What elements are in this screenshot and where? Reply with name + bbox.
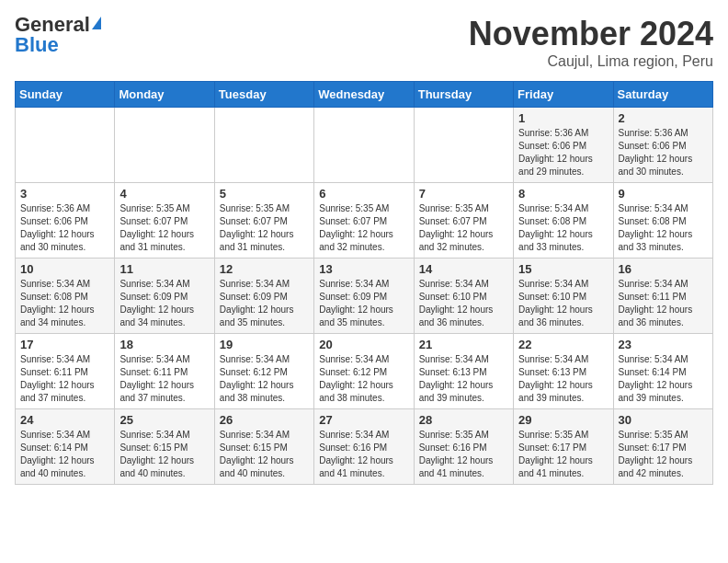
day-info: Sunrise: 5:34 AM Sunset: 6:16 PM Dayligh… [319,429,408,480]
day-number: 20 [319,338,408,351]
calendar-cell: 8Sunrise: 5:34 AM Sunset: 6:08 PM Daylig… [514,183,613,259]
day-number: 5 [220,187,309,201]
day-info: Sunrise: 5:35 AM Sunset: 6:16 PM Dayligh… [419,429,508,480]
day-number: 13 [319,262,408,276]
day-info: Sunrise: 5:36 AM Sunset: 6:06 PM Dayligh… [619,127,708,178]
logo-general-text: General [15,15,90,35]
calendar-cell: 5Sunrise: 5:35 AM Sunset: 6:07 PM Daylig… [214,183,313,259]
week-row-4: 17Sunrise: 5:34 AM Sunset: 6:11 PM Dayli… [16,334,713,409]
day-number: 30 [619,413,708,427]
day-number: 9 [619,187,708,201]
week-row-5: 24Sunrise: 5:34 AM Sunset: 6:14 PM Dayli… [16,409,713,485]
day-info: Sunrise: 5:34 AM Sunset: 6:08 PM Dayligh… [619,202,708,254]
calendar-cell [115,108,214,183]
calendar-cell: 27Sunrise: 5:34 AM Sunset: 6:16 PM Dayli… [314,409,414,485]
day-info: Sunrise: 5:34 AM Sunset: 6:11 PM Dayligh… [20,353,109,405]
title-section: November 2024 Caujul, Lima region, Peru [469,15,713,70]
header-monday: Monday [115,82,214,108]
day-info: Sunrise: 5:34 AM Sunset: 6:10 PM Dayligh… [518,278,608,329]
calendar-cell [414,108,513,183]
calendar-cell: 19Sunrise: 5:34 AM Sunset: 6:12 PM Dayli… [214,334,313,409]
calendar-cell: 12Sunrise: 5:34 AM Sunset: 6:09 PM Dayli… [214,259,313,334]
header-friday: Friday [514,82,613,108]
day-info: Sunrise: 5:34 AM Sunset: 6:09 PM Dayligh… [220,278,309,329]
calendar-cell: 22Sunrise: 5:34 AM Sunset: 6:13 PM Dayli… [514,334,613,409]
day-info: Sunrise: 5:34 AM Sunset: 6:09 PM Dayligh… [319,278,408,329]
header-sunday: Sunday [16,82,115,108]
calendar-cell: 16Sunrise: 5:34 AM Sunset: 6:11 PM Dayli… [613,259,712,334]
header-saturday: Saturday [613,82,712,108]
calendar-location: Caujul, Lima region, Peru [469,53,713,70]
calendar-cell [314,108,414,183]
calendar-cell: 11Sunrise: 5:34 AM Sunset: 6:09 PM Dayli… [115,259,214,334]
day-info: Sunrise: 5:34 AM Sunset: 6:15 PM Dayligh… [119,429,209,480]
day-number: 1 [518,111,608,125]
calendar-cell: 21Sunrise: 5:34 AM Sunset: 6:13 PM Dayli… [414,334,513,409]
logo-blue-text: Blue [15,35,59,55]
day-info: Sunrise: 5:35 AM Sunset: 6:07 PM Dayligh… [419,202,508,254]
calendar-cell: 1Sunrise: 5:36 AM Sunset: 6:06 PM Daylig… [514,108,613,183]
day-number: 18 [119,338,209,351]
week-row-3: 10Sunrise: 5:34 AM Sunset: 6:08 PM Dayli… [16,259,713,334]
day-info: Sunrise: 5:34 AM Sunset: 6:09 PM Dayligh… [119,278,209,329]
calendar-cell: 3Sunrise: 5:36 AM Sunset: 6:06 PM Daylig… [16,183,115,259]
day-number: 19 [220,338,309,351]
calendar-cell: 6Sunrise: 5:35 AM Sunset: 6:07 PM Daylig… [314,183,414,259]
calendar-cell: 4Sunrise: 5:35 AM Sunset: 6:07 PM Daylig… [115,183,214,259]
calendar-cell: 9Sunrise: 5:34 AM Sunset: 6:08 PM Daylig… [613,183,712,259]
day-info: Sunrise: 5:34 AM Sunset: 6:14 PM Dayligh… [619,353,708,405]
logo: General Blue [15,15,101,55]
day-number: 10 [20,262,109,276]
calendar-cell: 13Sunrise: 5:34 AM Sunset: 6:09 PM Dayli… [314,259,414,334]
calendar-cell: 14Sunrise: 5:34 AM Sunset: 6:10 PM Dayli… [414,259,513,334]
day-info: Sunrise: 5:36 AM Sunset: 6:06 PM Dayligh… [20,202,109,254]
calendar-cell: 23Sunrise: 5:34 AM Sunset: 6:14 PM Dayli… [613,334,712,409]
day-info: Sunrise: 5:34 AM Sunset: 6:13 PM Dayligh… [518,353,608,405]
day-info: Sunrise: 5:35 AM Sunset: 6:07 PM Dayligh… [220,202,309,254]
calendar-cell: 28Sunrise: 5:35 AM Sunset: 6:16 PM Dayli… [414,409,513,485]
header-thursday: Thursday [414,82,513,108]
calendar-cell: 7Sunrise: 5:35 AM Sunset: 6:07 PM Daylig… [414,183,513,259]
header-tuesday: Tuesday [214,82,313,108]
calendar-cell: 25Sunrise: 5:34 AM Sunset: 6:15 PM Dayli… [115,409,214,485]
calendar-cell: 2Sunrise: 5:36 AM Sunset: 6:06 PM Daylig… [613,108,712,183]
day-number: 25 [119,413,209,427]
day-info: Sunrise: 5:34 AM Sunset: 6:10 PM Dayligh… [419,278,508,329]
day-info: Sunrise: 5:34 AM Sunset: 6:12 PM Dayligh… [220,353,309,405]
day-number: 6 [319,187,408,201]
day-number: 8 [518,187,608,201]
calendar-cell: 30Sunrise: 5:35 AM Sunset: 6:17 PM Dayli… [613,409,712,485]
day-info: Sunrise: 5:34 AM Sunset: 6:13 PM Dayligh… [419,353,508,405]
header-wednesday: Wednesday [314,82,414,108]
day-info: Sunrise: 5:34 AM Sunset: 6:12 PM Dayligh… [319,353,408,405]
day-number: 23 [619,338,708,351]
header-row: SundayMondayTuesdayWednesdayThursdayFrid… [16,82,713,108]
calendar-cell [214,108,313,183]
calendar-cell: 15Sunrise: 5:34 AM Sunset: 6:10 PM Dayli… [514,259,613,334]
day-info: Sunrise: 5:34 AM Sunset: 6:11 PM Dayligh… [619,278,708,329]
day-number: 22 [518,338,608,351]
day-info: Sunrise: 5:36 AM Sunset: 6:06 PM Dayligh… [518,127,608,178]
day-number: 26 [220,413,309,427]
day-number: 16 [619,262,708,276]
day-number: 28 [419,413,508,427]
day-number: 24 [20,413,109,427]
page-header: General Blue November 2024 Caujul, Lima … [15,15,713,70]
day-info: Sunrise: 5:34 AM Sunset: 6:15 PM Dayligh… [220,429,309,480]
day-number: 29 [518,413,608,427]
calendar-cell: 29Sunrise: 5:35 AM Sunset: 6:17 PM Dayli… [514,409,613,485]
calendar-title: November 2024 [469,15,713,53]
day-info: Sunrise: 5:35 AM Sunset: 6:07 PM Dayligh… [119,202,209,254]
day-number: 21 [419,338,508,351]
week-row-1: 1Sunrise: 5:36 AM Sunset: 6:06 PM Daylig… [16,108,713,183]
day-number: 3 [20,187,109,201]
calendar-cell: 17Sunrise: 5:34 AM Sunset: 6:11 PM Dayli… [16,334,115,409]
day-number: 17 [20,338,109,351]
day-info: Sunrise: 5:35 AM Sunset: 6:07 PM Dayligh… [319,202,408,254]
day-number: 12 [220,262,309,276]
calendar-cell [16,108,115,183]
day-info: Sunrise: 5:34 AM Sunset: 6:11 PM Dayligh… [119,353,209,405]
calendar-cell: 20Sunrise: 5:34 AM Sunset: 6:12 PM Dayli… [314,334,414,409]
day-number: 4 [119,187,209,201]
day-info: Sunrise: 5:34 AM Sunset: 6:14 PM Dayligh… [20,429,109,480]
